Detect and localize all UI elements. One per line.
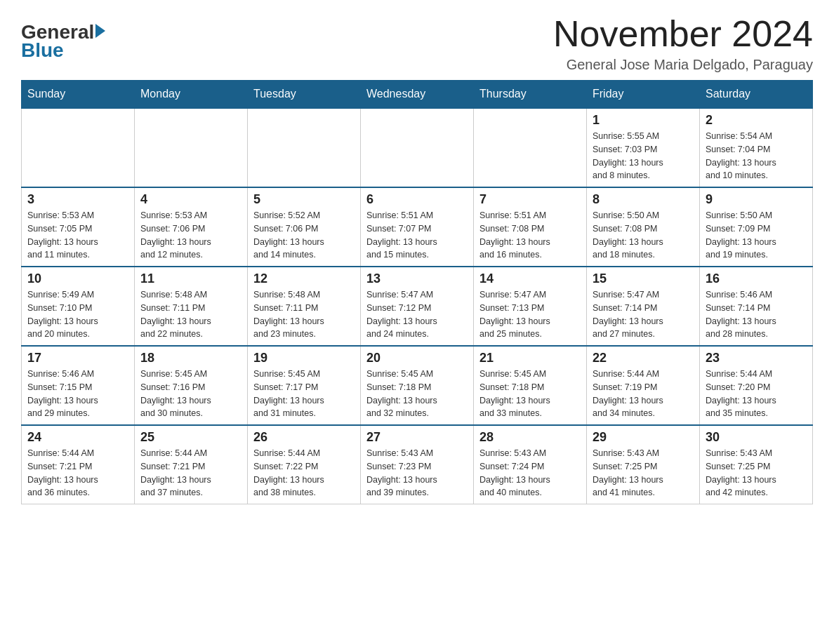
- day-info: Sunrise: 5:44 AM Sunset: 7:19 PM Dayligh…: [593, 368, 694, 420]
- day-info: Sunrise: 5:43 AM Sunset: 7:25 PM Dayligh…: [706, 447, 807, 499]
- day-info: Sunrise: 5:47 AM Sunset: 7:13 PM Dayligh…: [479, 288, 581, 341]
- day-number: 9: [706, 192, 807, 207]
- day-number: 2: [706, 113, 807, 128]
- calendar-header-tuesday: Tuesday: [248, 81, 361, 109]
- calendar-cell: [361, 108, 474, 187]
- day-info: Sunrise: 5:52 AM Sunset: 7:06 PM Dayligh…: [253, 209, 355, 262]
- calendar-cell: 18Sunrise: 5:45 AM Sunset: 7:16 PM Dayli…: [135, 346, 248, 425]
- day-number: 8: [593, 192, 694, 207]
- day-info: Sunrise: 5:47 AM Sunset: 7:12 PM Dayligh…: [366, 288, 468, 341]
- day-number: 25: [140, 430, 241, 445]
- calendar-cell: 17Sunrise: 5:46 AM Sunset: 7:15 PM Dayli…: [22, 346, 135, 425]
- day-number: 15: [593, 271, 694, 286]
- day-info: Sunrise: 5:43 AM Sunset: 7:24 PM Dayligh…: [479, 447, 581, 499]
- page-header: General Blue November 2024 General Jose …: [21, 14, 813, 73]
- day-info: Sunrise: 5:48 AM Sunset: 7:11 PM Dayligh…: [140, 288, 241, 341]
- day-number: 19: [253, 351, 355, 365]
- calendar-cell: 26Sunrise: 5:44 AM Sunset: 7:22 PM Dayli…: [248, 425, 361, 504]
- calendar-cell: 28Sunrise: 5:43 AM Sunset: 7:24 PM Dayli…: [474, 425, 587, 504]
- day-info: Sunrise: 5:47 AM Sunset: 7:14 PM Dayligh…: [593, 288, 694, 341]
- calendar-week-row: 1Sunrise: 5:55 AM Sunset: 7:03 PM Daylig…: [22, 108, 813, 187]
- calendar-cell: 29Sunrise: 5:43 AM Sunset: 7:25 PM Dayli…: [587, 425, 700, 504]
- day-info: Sunrise: 5:44 AM Sunset: 7:22 PM Dayligh…: [253, 447, 355, 499]
- day-number: 24: [27, 430, 128, 445]
- day-number: 28: [479, 430, 581, 445]
- day-info: Sunrise: 5:53 AM Sunset: 7:06 PM Dayligh…: [140, 209, 241, 262]
- day-number: 3: [27, 192, 128, 207]
- calendar-cell: 12Sunrise: 5:48 AM Sunset: 7:11 PM Dayli…: [248, 267, 361, 346]
- day-info: Sunrise: 5:55 AM Sunset: 7:03 PM Dayligh…: [593, 130, 694, 182]
- logo-blue-text: Blue: [21, 39, 105, 62]
- calendar-cell: 14Sunrise: 5:47 AM Sunset: 7:13 PM Dayli…: [474, 267, 587, 346]
- calendar-table: SundayMondayTuesdayWednesdayThursdayFrid…: [21, 80, 813, 504]
- day-number: 7: [479, 192, 581, 207]
- day-info: Sunrise: 5:43 AM Sunset: 7:25 PM Dayligh…: [593, 447, 694, 499]
- header-row: SundayMondayTuesdayWednesdayThursdayFrid…: [22, 81, 813, 109]
- day-number: 21: [479, 351, 581, 365]
- calendar-cell: 7Sunrise: 5:51 AM Sunset: 7:08 PM Daylig…: [474, 187, 587, 267]
- day-number: 26: [253, 430, 355, 445]
- calendar-week-row: 24Sunrise: 5:44 AM Sunset: 7:21 PM Dayli…: [22, 425, 813, 504]
- calendar-cell: 19Sunrise: 5:45 AM Sunset: 7:17 PM Dayli…: [248, 346, 361, 425]
- day-number: 20: [366, 351, 468, 365]
- day-number: 1: [593, 113, 694, 128]
- day-info: Sunrise: 5:44 AM Sunset: 7:21 PM Dayligh…: [27, 447, 128, 499]
- day-number: 27: [366, 430, 468, 445]
- calendar-cell: [248, 108, 361, 187]
- calendar-cell: 22Sunrise: 5:44 AM Sunset: 7:19 PM Dayli…: [587, 346, 700, 425]
- calendar-cell: 3Sunrise: 5:53 AM Sunset: 7:05 PM Daylig…: [22, 187, 135, 267]
- calendar-cell: 13Sunrise: 5:47 AM Sunset: 7:12 PM Dayli…: [361, 267, 474, 346]
- calendar-week-row: 17Sunrise: 5:46 AM Sunset: 7:15 PM Dayli…: [22, 346, 813, 425]
- calendar-title: November 2024: [553, 14, 813, 54]
- calendar-cell: 21Sunrise: 5:45 AM Sunset: 7:18 PM Dayli…: [474, 346, 587, 425]
- logo: General Blue: [21, 21, 105, 62]
- logo-icon: General Blue: [21, 21, 105, 62]
- day-number: 29: [593, 430, 694, 445]
- calendar-week-row: 10Sunrise: 5:49 AM Sunset: 7:10 PM Dayli…: [22, 267, 813, 346]
- day-number: 30: [706, 430, 807, 445]
- calendar-cell: 15Sunrise: 5:47 AM Sunset: 7:14 PM Dayli…: [587, 267, 700, 346]
- day-number: 4: [140, 192, 241, 207]
- logo-arrow-icon: [95, 24, 105, 38]
- day-info: Sunrise: 5:43 AM Sunset: 7:23 PM Dayligh…: [366, 447, 468, 499]
- calendar-week-row: 3Sunrise: 5:53 AM Sunset: 7:05 PM Daylig…: [22, 187, 813, 267]
- calendar-body: 1Sunrise: 5:55 AM Sunset: 7:03 PM Daylig…: [22, 108, 813, 504]
- day-number: 6: [366, 192, 468, 207]
- calendar-cell: [135, 108, 248, 187]
- calendar-cell: 5Sunrise: 5:52 AM Sunset: 7:06 PM Daylig…: [248, 187, 361, 267]
- day-number: 12: [253, 271, 355, 286]
- day-info: Sunrise: 5:51 AM Sunset: 7:08 PM Dayligh…: [479, 209, 581, 262]
- day-number: 5: [253, 192, 355, 207]
- day-info: Sunrise: 5:44 AM Sunset: 7:20 PM Dayligh…: [706, 368, 807, 420]
- calendar-cell: 8Sunrise: 5:50 AM Sunset: 7:08 PM Daylig…: [587, 187, 700, 267]
- calendar-cell: 2Sunrise: 5:54 AM Sunset: 7:04 PM Daylig…: [700, 108, 813, 187]
- calendar-cell: 6Sunrise: 5:51 AM Sunset: 7:07 PM Daylig…: [361, 187, 474, 267]
- day-info: Sunrise: 5:53 AM Sunset: 7:05 PM Dayligh…: [27, 209, 128, 262]
- day-number: 11: [140, 271, 241, 286]
- calendar-cell: 20Sunrise: 5:45 AM Sunset: 7:18 PM Dayli…: [361, 346, 474, 425]
- day-number: 17: [27, 351, 128, 365]
- day-number: 14: [479, 271, 581, 286]
- day-number: 23: [706, 351, 807, 365]
- day-info: Sunrise: 5:45 AM Sunset: 7:18 PM Dayligh…: [366, 368, 468, 420]
- calendar-header-monday: Monday: [135, 81, 248, 109]
- calendar-cell: 27Sunrise: 5:43 AM Sunset: 7:23 PM Dayli…: [361, 425, 474, 504]
- calendar-header-friday: Friday: [587, 81, 700, 109]
- day-info: Sunrise: 5:45 AM Sunset: 7:16 PM Dayligh…: [140, 368, 241, 420]
- day-info: Sunrise: 5:54 AM Sunset: 7:04 PM Dayligh…: [706, 130, 807, 182]
- calendar-header-sunday: Sunday: [22, 81, 135, 109]
- calendar-header: SundayMondayTuesdayWednesdayThursdayFrid…: [22, 81, 813, 109]
- day-number: 10: [27, 271, 128, 286]
- day-info: Sunrise: 5:44 AM Sunset: 7:21 PM Dayligh…: [140, 447, 241, 499]
- day-info: Sunrise: 5:45 AM Sunset: 7:18 PM Dayligh…: [479, 368, 581, 420]
- day-info: Sunrise: 5:46 AM Sunset: 7:14 PM Dayligh…: [706, 288, 807, 341]
- title-area: November 2024 General Jose Maria Delgado…: [553, 14, 813, 73]
- calendar-cell: 16Sunrise: 5:46 AM Sunset: 7:14 PM Dayli…: [700, 267, 813, 346]
- calendar-cell: 23Sunrise: 5:44 AM Sunset: 7:20 PM Dayli…: [700, 346, 813, 425]
- day-info: Sunrise: 5:46 AM Sunset: 7:15 PM Dayligh…: [27, 368, 128, 420]
- calendar-header-saturday: Saturday: [700, 81, 813, 109]
- day-info: Sunrise: 5:49 AM Sunset: 7:10 PM Dayligh…: [27, 288, 128, 341]
- calendar-header-wednesday: Wednesday: [361, 81, 474, 109]
- calendar-cell: 9Sunrise: 5:50 AM Sunset: 7:09 PM Daylig…: [700, 187, 813, 267]
- day-number: 13: [366, 271, 468, 286]
